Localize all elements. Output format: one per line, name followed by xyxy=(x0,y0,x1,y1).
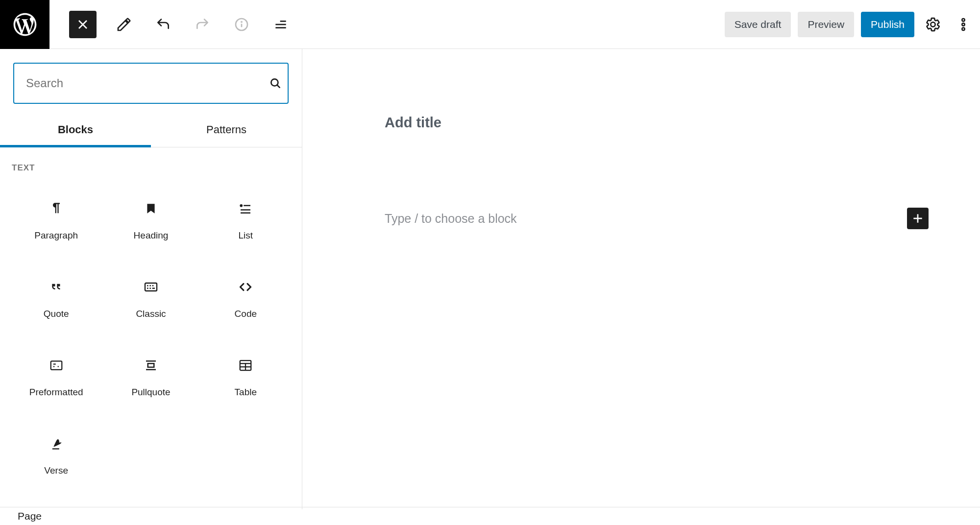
editor-footer: Page xyxy=(0,507,980,525)
undo-button[interactable] xyxy=(151,13,175,36)
table-icon xyxy=(238,358,253,373)
redo-icon xyxy=(195,17,210,32)
block-label: Table xyxy=(235,387,257,398)
search-wrap xyxy=(0,49,302,104)
category-heading: TEXT xyxy=(0,147,302,173)
svg-point-24 xyxy=(57,366,59,367)
editor-canvas: Add title Type / to choose a block xyxy=(302,49,980,509)
tools-button[interactable] xyxy=(112,13,136,36)
classic-icon xyxy=(143,279,159,295)
list-icon xyxy=(238,201,253,216)
block-label: Classic xyxy=(136,309,166,319)
block-label: Paragraph xyxy=(34,230,78,241)
editor-topbar: Save draft Preview Publish xyxy=(0,0,980,49)
breadcrumb[interactable]: Page xyxy=(18,510,42,522)
block-classic[interactable]: Classic xyxy=(103,260,198,338)
gear-icon xyxy=(925,17,941,32)
svg-point-2 xyxy=(241,22,242,22)
search-box[interactable] xyxy=(13,63,289,104)
options-button[interactable] xyxy=(952,13,975,36)
post-title-placeholder[interactable]: Add title xyxy=(385,115,441,131)
block-label: Heading xyxy=(134,230,169,241)
svg-point-6 xyxy=(962,19,964,21)
paragraph-icon xyxy=(49,201,64,216)
block-table[interactable]: Table xyxy=(198,338,293,417)
outline-button[interactable] xyxy=(269,13,293,36)
default-block-row: Type / to choose a block xyxy=(385,208,929,229)
block-paragraph[interactable]: Paragraph xyxy=(9,182,103,260)
verse-icon xyxy=(49,436,64,452)
block-inserter-panel: Blocks Patterns TEXT Paragraph Heading L… xyxy=(0,49,302,509)
search-input[interactable] xyxy=(26,76,269,90)
svg-rect-21 xyxy=(50,361,62,370)
quote-icon xyxy=(49,279,64,295)
tab-blocks[interactable]: Blocks xyxy=(0,115,151,147)
block-list[interactable]: List xyxy=(198,182,293,260)
toolbar-left xyxy=(69,11,293,38)
block-pullquote[interactable]: Pullquote xyxy=(103,338,198,417)
toggle-inserter-button[interactable] xyxy=(69,11,97,38)
svg-point-8 xyxy=(962,27,964,30)
pullquote-icon xyxy=(143,358,159,373)
block-label: Preformatted xyxy=(29,387,83,398)
redo-button[interactable] xyxy=(191,13,214,36)
tab-patterns[interactable]: Patterns xyxy=(151,115,302,147)
block-verse[interactable]: Verse xyxy=(9,417,103,495)
close-icon xyxy=(75,17,91,32)
block-heading[interactable]: Heading xyxy=(103,182,198,260)
publish-button[interactable]: Publish xyxy=(861,12,914,37)
block-label: Verse xyxy=(44,465,68,476)
inserter-tabs: Blocks Patterns xyxy=(0,115,302,147)
block-label: Quote xyxy=(44,309,69,319)
search-icon xyxy=(269,77,282,90)
svg-point-10 xyxy=(241,205,242,206)
list-view-icon xyxy=(273,17,289,32)
wordpress-logo[interactable] xyxy=(0,0,49,49)
block-grid: Paragraph Heading List Quote Classic Cod… xyxy=(0,173,302,495)
block-label: Pullquote xyxy=(131,387,170,398)
preview-button[interactable]: Preview xyxy=(798,12,854,37)
svg-rect-26 xyxy=(148,363,154,367)
plus-icon xyxy=(911,212,924,225)
block-placeholder[interactable]: Type / to choose a block xyxy=(385,212,517,226)
wordpress-icon xyxy=(11,11,39,38)
block-preformatted[interactable]: Preformatted xyxy=(9,338,103,417)
preformatted-icon xyxy=(49,358,64,373)
add-block-button[interactable] xyxy=(907,208,929,229)
info-icon xyxy=(234,17,249,32)
save-draft-button[interactable]: Save draft xyxy=(725,12,791,37)
block-code[interactable]: Code xyxy=(198,260,293,338)
more-vertical-icon xyxy=(956,17,971,32)
svg-rect-14 xyxy=(145,283,157,291)
undo-icon xyxy=(155,17,171,32)
svg-point-7 xyxy=(962,23,964,25)
toolbar-right: Save draft Preview Publish xyxy=(725,12,975,37)
pencil-icon xyxy=(116,17,132,32)
block-quote[interactable]: Quote xyxy=(9,260,103,338)
block-label: Code xyxy=(235,309,257,319)
heading-icon xyxy=(143,201,159,216)
block-label: List xyxy=(239,230,253,241)
details-button[interactable] xyxy=(230,13,253,36)
settings-button[interactable] xyxy=(921,13,945,36)
code-icon xyxy=(238,279,253,295)
